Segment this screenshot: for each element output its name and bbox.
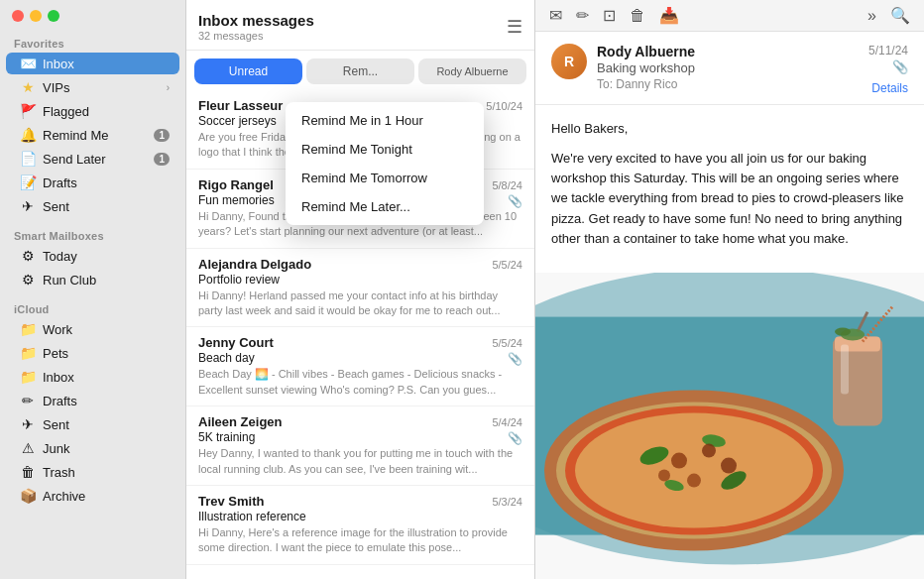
right-toolbar: ✉ ✏ ⊡ 🗑 📥 » 🔍 [535, 0, 924, 32]
email-pizza-image [535, 273, 924, 579]
sidebar-item-inbox[interactable]: ✉️ Inbox [6, 53, 179, 74]
delete-icon[interactable]: 🗑 [630, 7, 645, 25]
sidebar-item-label: Inbox [43, 57, 170, 71]
vips-icon: ★ [20, 79, 36, 95]
email-date: 5/8/24 [492, 179, 522, 191]
reminders-filter-button[interactable]: Rem... [306, 58, 414, 84]
inbox-title: Inbox messages [198, 12, 314, 29]
highlighted-filter-button[interactable]: Rody Albuerne [418, 58, 526, 84]
sidebar-item-drafts[interactable]: 📝 Drafts [6, 172, 179, 193]
remind-tomorrow-option[interactable]: Remind Me Tomorrow [286, 164, 484, 192]
remind-me-dropdown: Remind Me in 1 Hour Remind Me Tonight Re… [286, 102, 484, 225]
unread-filter-button[interactable]: Unread [194, 58, 302, 84]
sidebar-item-work[interactable]: 📁 Work [6, 318, 179, 340]
sidebar-item-pets[interactable]: 📁 Pets [6, 342, 179, 364]
details-link[interactable]: Details [871, 81, 908, 95]
email-subject: Portfolio review [198, 273, 522, 287]
move-icon[interactable]: 📥 [659, 6, 679, 25]
sidebar-item-archive[interactable]: 📦 Archive [6, 485, 179, 507]
close-button[interactable] [12, 10, 24, 22]
sidebar-item-run-club[interactable]: ⚙ Run Club [6, 269, 179, 290]
detail-subject: Baking workshop [597, 60, 859, 75]
sidebar-item-label: Junk [43, 441, 170, 456]
email-detail-header: R Rody Albuerne Baking workshop To: Dann… [535, 32, 924, 105]
drafts-icon: 📝 [20, 174, 36, 190]
svg-point-16 [671, 452, 687, 468]
compose-icon[interactable]: ✏ [576, 6, 589, 25]
email-sender: Alejandra Delgado [198, 257, 311, 272]
remind-me-icon: 🔔 [20, 127, 36, 143]
svg-point-20 [687, 473, 701, 487]
sidebar-item-label: Run Club [43, 273, 170, 288]
email-detail-meta: 5/11/24 📎 Details [868, 44, 908, 96]
sidebar-item-label: Pets [43, 346, 170, 361]
work-icon: 📁 [20, 321, 36, 337]
sidebar-item-label: Work [43, 322, 170, 337]
remind-me-badge: 1 [154, 129, 170, 142]
maximize-button[interactable] [48, 10, 59, 22]
detail-links: Details [868, 78, 908, 96]
sidebar-item-trash[interactable]: 🗑 Trash [6, 461, 179, 483]
email-greeting: Hello Bakers, [551, 119, 908, 139]
detail-sender-name: Rody Albuerne [597, 44, 859, 59]
filter-icon[interactable]: ☰ [507, 16, 522, 38]
email-item-jenny[interactable]: Jenny Court 5/5/24 Beach day 📎 Beach Day… [186, 327, 534, 406]
minimize-button[interactable] [30, 10, 42, 22]
archive-icon: 📦 [20, 488, 36, 504]
email-sender: Trev Smith [198, 494, 264, 509]
sidebar-item-vips[interactable]: ★ VIPs › [6, 76, 179, 98]
remind-tonight-option[interactable]: Remind Me Tonight [286, 135, 484, 164]
sidebar-item-icloud-sent[interactable]: ✈ Sent [6, 413, 179, 435]
middle-header: Inbox messages 32 messages ☰ [186, 0, 534, 51]
sidebar-item-icloud-inbox[interactable]: 📁 Inbox [6, 366, 179, 388]
sidebar-item-sent[interactable]: ✈ Sent [6, 195, 179, 217]
email-subject: Fun memories [198, 193, 275, 207]
icloud-label: iCloud [0, 297, 185, 317]
sidebar-item-junk[interactable]: ⚠ Junk [6, 437, 179, 459]
filter-bar: Unread Rem... Rody Albuerne Remind Me in… [186, 51, 534, 90]
sidebar-item-label: Remind Me [43, 128, 147, 143]
sidebar-item-label: Trash [43, 465, 170, 480]
email-sender: Fleur Lasseur [198, 98, 283, 113]
junk-icon: ⚠ [20, 440, 36, 456]
send-later-icon: 📄 [20, 151, 36, 167]
sidebar-item-remind-me[interactable]: 🔔 Remind Me 1 [6, 124, 179, 146]
archive-toolbar-icon[interactable]: ⊡ [603, 6, 616, 25]
icloud-drafts-icon: ✏ [20, 393, 36, 408]
sidebar-item-send-later[interactable]: 📄 Send Later 1 [6, 148, 179, 170]
sidebar-item-flagged[interactable]: 🚩 Flagged [6, 100, 179, 122]
sidebar: Favorites ✉️ Inbox ★ VIPs › 🚩 Flagged 🔔 … [0, 0, 186, 579]
email-item-alejandra[interactable]: Alejandra Delgado 5/5/24 Portfolio revie… [186, 249, 534, 328]
svg-rect-21 [841, 344, 849, 394]
sidebar-item-label: Drafts [43, 175, 170, 190]
email-subject: 5K training [198, 430, 255, 444]
email-body-text: We're very excited to have you all join … [551, 149, 908, 249]
sidebar-item-label: Drafts [43, 394, 170, 408]
email-sender: Rigo Rangel [198, 177, 274, 192]
email-sender: Aileen Zeigen [198, 414, 283, 429]
sidebar-item-label: VIPs [43, 80, 160, 95]
email-subject: Beach day [198, 351, 255, 365]
email-sender: Jenny Court [198, 335, 274, 350]
email-preview: Hey Danny, I wanted to thank you for put… [198, 446, 522, 477]
email-date: 5/10/24 [486, 100, 522, 112]
email-item-aileen[interactable]: Aileen Zeigen 5/4/24 5K training 📎 Hey D… [186, 406, 534, 486]
traffic-lights [0, 10, 185, 32]
sidebar-item-today[interactable]: ⚙ Today [6, 245, 179, 267]
sidebar-item-icloud-drafts[interactable]: ✏ Drafts [6, 390, 179, 411]
email-date: 5/5/24 [492, 337, 522, 349]
inbox-icon: ✉️ [20, 56, 36, 71]
favorites-label: Favorites [0, 32, 185, 52]
email-body: Hello Bakers, We're very excited to have… [535, 105, 924, 273]
inbox-info: Inbox messages 32 messages [198, 12, 314, 42]
remind-later-option[interactable]: Remind Me Later... [286, 192, 484, 221]
envelope-icon[interactable]: ✉ [549, 6, 562, 25]
search-icon[interactable]: 🔍 [890, 6, 910, 25]
inbox-count: 32 messages [198, 30, 314, 42]
detail-to: To: Danny Rico [597, 77, 859, 91]
expand-icon[interactable]: » [867, 7, 876, 25]
email-item-trev[interactable]: Trev Smith 5/3/24 Illustration reference… [186, 486, 534, 565]
remind-1hour-option[interactable]: Remind Me in 1 Hour [286, 106, 484, 135]
email-image [535, 273, 924, 579]
email-date: 5/5/24 [492, 259, 522, 271]
